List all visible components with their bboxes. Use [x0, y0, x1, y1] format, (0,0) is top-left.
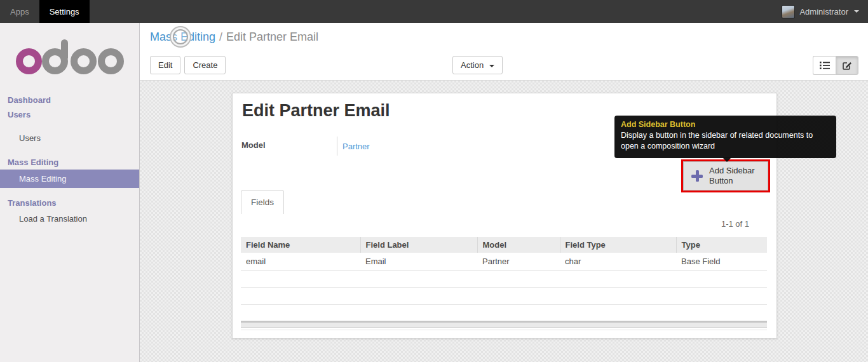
sidebar-header-translations: Translations	[0, 196, 139, 210]
list-icon	[820, 61, 830, 70]
fields-table: Field Name Field Label Model Field Type …	[241, 237, 767, 321]
list-view-button[interactable]	[813, 56, 836, 75]
pager[interactable]: 1-1 of 1	[721, 219, 749, 229]
column-header-type[interactable]: Type	[676, 237, 767, 253]
action-dropdown-button[interactable]: Action	[452, 56, 503, 74]
sidebar: Dashboard Users Users Mass Editing Mass …	[0, 23, 140, 362]
control-buttons: Edit Create	[150, 56, 226, 74]
user-menu[interactable]: Administrator	[773, 0, 868, 23]
content-area: Edit Partner Email Model Partner Add Sid…	[140, 81, 868, 362]
edit-form-icon	[842, 60, 852, 70]
breadcrumb-current: Edit Partner Email	[226, 30, 318, 43]
cell-field-name: email	[241, 253, 360, 270]
empty-row	[241, 270, 767, 287]
table-row[interactable]: email Email Partner char Base Field	[241, 253, 767, 270]
odoo-logo-o3	[98, 48, 124, 74]
column-header-field-name[interactable]: Field Name	[241, 237, 360, 253]
column-header-field-label[interactable]: Field Label	[360, 237, 477, 253]
form-view-button[interactable]	[836, 56, 858, 75]
control-panel: Mass Editing/Edit Partner Email Edit Cre…	[140, 23, 868, 81]
add-sidebar-button[interactable]: Add Sidebar Button	[683, 161, 768, 191]
sidebar-header-mass-editing: Mass Editing	[0, 155, 139, 170]
cell-type: Base Field	[676, 253, 767, 270]
top-bar: Apps Settings Administrator	[0, 0, 868, 23]
tab-fields[interactable]: Fields	[241, 190, 284, 214]
sidebar-item-load-translation[interactable]: Load a Translation	[0, 210, 139, 228]
column-header-field-type[interactable]: Field Type	[560, 237, 676, 253]
cell-field-type: char	[560, 253, 676, 270]
page-title: Edit Partner Email	[242, 101, 390, 121]
empty-row	[241, 304, 767, 321]
user-avatar	[782, 5, 795, 18]
sidebar-item-users[interactable]: Users	[0, 130, 139, 147]
menu-apps[interactable]: Apps	[0, 0, 39, 23]
sidebar-nav: Dashboard Users Users Mass Editing Mass …	[0, 93, 139, 228]
annotation-highlight-box: Add Sidebar Button	[681, 159, 770, 192]
divider	[241, 330, 767, 330]
odoo-logo-o1	[16, 48, 42, 74]
tooltip-arrow	[722, 158, 731, 162]
sidebar-header-users: Users	[0, 107, 139, 122]
table-header-row: Field Name Field Label Model Field Type …	[241, 237, 767, 253]
empty-row	[241, 287, 767, 304]
plus-icon	[691, 170, 703, 182]
form-sheet: Edit Partner Email Model Partner Add Sid…	[232, 93, 777, 339]
odoo-logo-d	[42, 48, 68, 74]
sidebar-header-dashboard: Dashboard	[0, 93, 139, 107]
action-label: Action	[461, 60, 484, 70]
user-name: Administrator	[799, 7, 848, 17]
click-indicator-circle	[173, 29, 188, 44]
caret-down-icon	[489, 65, 494, 67]
model-partner-link[interactable]: Partner	[342, 142, 370, 151]
create-button[interactable]: Create	[184, 56, 226, 74]
tooltip-title: Add Sidebar Button	[621, 120, 830, 129]
model-field-value: Partner	[337, 137, 477, 156]
odoo-logo-o2	[71, 48, 97, 74]
odoo-logo	[16, 39, 124, 76]
horizontal-scrollbar[interactable]	[241, 321, 767, 328]
edit-button[interactable]: Edit	[150, 56, 180, 74]
menu-settings[interactable]: Settings	[39, 0, 90, 23]
add-sidebar-button-label: Add Sidebar Button	[709, 166, 763, 187]
model-field-label: Model	[241, 137, 337, 156]
model-field-row: Model Partner	[241, 137, 477, 156]
tooltip: Add Sidebar Button Display a button in t…	[614, 116, 836, 158]
column-header-model[interactable]: Model	[477, 237, 560, 253]
topbar-spacer	[90, 0, 773, 23]
cell-model: Partner	[477, 253, 560, 270]
breadcrumb-separator: /	[215, 30, 226, 43]
sidebar-item-mass-editing[interactable]: Mass Editing	[0, 170, 139, 188]
cell-field-label: Email	[360, 253, 477, 270]
action-dropdown-wrap: Action	[452, 56, 503, 74]
view-switcher	[813, 56, 858, 75]
chevron-down-icon	[854, 10, 859, 13]
tooltip-body: Display a button in the sidebar of relat…	[621, 130, 830, 152]
